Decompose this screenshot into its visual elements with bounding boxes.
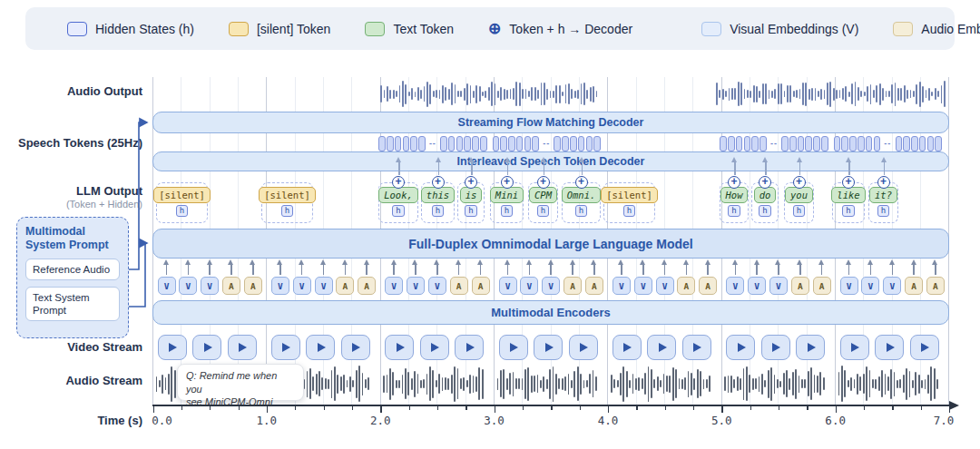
multimodal-system-prompt-panel: Multimodal System Prompt Reference Audio… xyxy=(16,217,129,338)
speech-token-square xyxy=(532,136,539,151)
llm-token-silent: [silent]h xyxy=(261,182,313,223)
system-prompt-title: Multimodal System Prompt xyxy=(25,225,120,252)
token-pill: is xyxy=(460,187,483,203)
hidden-state-chip: h xyxy=(842,205,854,217)
waveform-bar xyxy=(944,81,946,107)
token-up-arrow-icon xyxy=(765,161,767,175)
llm-token-text: +Minih xyxy=(490,182,524,223)
waveform-bar xyxy=(368,377,369,390)
play-icon xyxy=(204,343,212,352)
embedding-cell: A xyxy=(244,264,262,298)
waveform-bar xyxy=(451,83,453,105)
waveform-bar xyxy=(593,86,594,102)
visual-embedding-box: V xyxy=(883,277,901,295)
embedding-up-arrow-icon xyxy=(209,264,211,275)
waveform-bar xyxy=(879,83,881,105)
waveform-bar xyxy=(941,85,943,103)
token-up-arrow-icon xyxy=(848,161,850,175)
waveform-bar xyxy=(473,91,475,98)
waveform-bar xyxy=(527,367,529,401)
audio-output-wave-segment xyxy=(380,81,602,107)
waveform-bar xyxy=(531,87,533,101)
waveform-bar xyxy=(875,379,877,389)
video-frame-box xyxy=(192,335,221,360)
legend-item-text: Text Token xyxy=(365,22,454,36)
waveform-bar xyxy=(795,369,797,399)
embedding-cell: V xyxy=(520,264,538,298)
speech-token-square xyxy=(493,136,500,151)
waveform-bar xyxy=(522,378,524,390)
waveform-bar xyxy=(340,376,342,391)
speech-token-square xyxy=(524,136,532,151)
token-up-arrow-icon xyxy=(438,161,440,175)
axis-major-tick xyxy=(949,406,950,413)
waveform-bar xyxy=(738,82,740,106)
embedding-cell: A xyxy=(791,264,809,298)
label-llm-output: LLM Output xyxy=(0,184,142,198)
hidden-state-chip: h xyxy=(176,205,188,217)
waveform-bar xyxy=(396,380,397,388)
audio-stream-wave-segment xyxy=(497,366,600,402)
token-pill: Omni. xyxy=(562,187,602,203)
waveform-bar xyxy=(927,375,929,394)
waveform-bar xyxy=(799,89,801,99)
visual-embedding-box: V xyxy=(656,277,674,295)
audio-embedding-box: A xyxy=(222,277,240,295)
waveform-bar xyxy=(866,366,867,401)
waveform-bar xyxy=(851,83,853,104)
speech-token-square xyxy=(896,136,903,151)
video-frame-box xyxy=(910,335,939,360)
waveform-bar xyxy=(415,92,416,97)
hidden-state-chip: h xyxy=(465,205,476,217)
diagram-stage: Hidden States (h)[silent] TokenText Toke… xyxy=(0,0,980,449)
embedding-group: VVVAA xyxy=(499,264,603,298)
play-icon xyxy=(545,343,554,352)
play-icon xyxy=(887,343,895,352)
axis-minor-tick xyxy=(580,406,581,410)
waveform-bar xyxy=(829,82,831,107)
waveform-bar xyxy=(396,91,397,97)
waveform-bar xyxy=(562,92,564,96)
embedding-up-arrow-icon xyxy=(279,264,281,275)
token-pill: this xyxy=(421,187,455,203)
waveform-bar xyxy=(859,376,861,391)
waveform-bar xyxy=(882,88,884,101)
waveform-bar xyxy=(869,370,871,397)
waveform-bar xyxy=(784,91,786,97)
audio-embedding-box: A xyxy=(585,277,603,295)
waveform-bar xyxy=(722,89,724,100)
circled-plus-icon: + xyxy=(728,176,740,189)
waveform-bar xyxy=(697,369,699,398)
axis-major-tick xyxy=(380,406,381,413)
waveform-bar xyxy=(737,376,739,391)
waveform-bar xyxy=(171,366,172,402)
waveform-bar xyxy=(392,372,394,395)
video-frame-box xyxy=(455,335,484,360)
video-frame-box xyxy=(341,335,370,360)
question-callout: Q: Remind me when you see MiniCPM-Omni xyxy=(177,364,304,401)
waveform-bar xyxy=(417,374,419,394)
waveform-bar xyxy=(583,380,585,388)
waveform-bar xyxy=(827,83,828,105)
waveform-bar xyxy=(872,379,874,388)
label-speech-tokens: Speech Tokens (25Hz) xyxy=(0,136,142,150)
waveform-bar xyxy=(841,366,843,402)
circled-plus-icon: + xyxy=(537,176,550,189)
waveform-bar xyxy=(500,370,502,397)
visual-embedding-box: V xyxy=(407,277,425,295)
waveform-bar xyxy=(906,90,908,99)
embedding-cell: V xyxy=(499,264,517,298)
waveform-bar xyxy=(805,83,807,106)
waveform-bar xyxy=(439,90,441,99)
token-up-arrow-icon xyxy=(734,161,736,175)
waveform-bar xyxy=(546,379,548,389)
waveform-bar xyxy=(749,375,750,393)
waveform-bar xyxy=(870,84,872,104)
audio-output-wave-segment xyxy=(716,81,949,107)
waveform-bar xyxy=(393,90,395,99)
waveform-bar xyxy=(935,88,936,100)
legend-label: Audio Embeddings (A) xyxy=(921,22,980,36)
waveform-bar xyxy=(503,369,505,399)
waveform-bar xyxy=(515,378,517,389)
text-swatch-icon xyxy=(365,22,385,36)
